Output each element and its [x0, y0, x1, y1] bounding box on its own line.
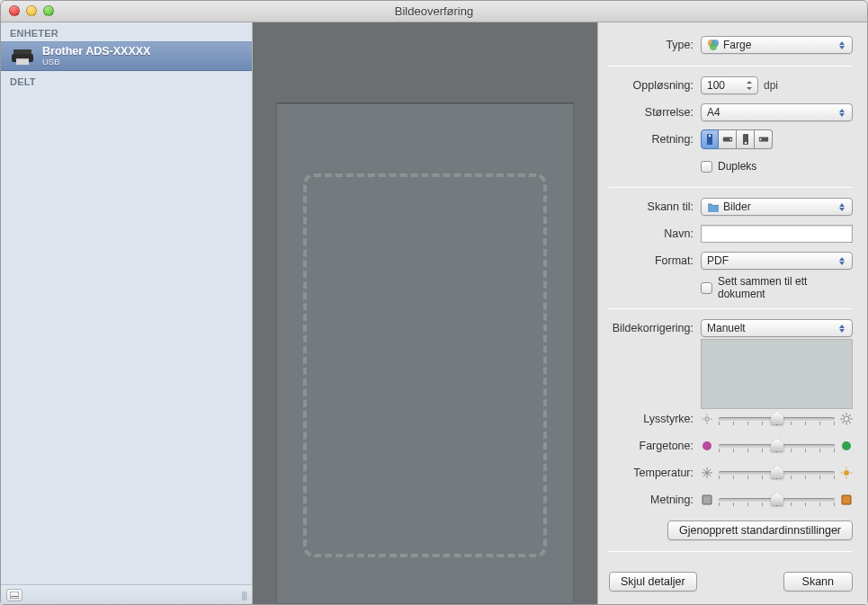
device-connection: USB	[42, 58, 150, 67]
saturation-high-icon	[840, 494, 853, 506]
size-select[interactable]: A4	[701, 103, 853, 121]
orientation-segmented	[701, 129, 773, 149]
orientation-label: Retning:	[609, 133, 701, 146]
svg-line-29	[849, 415, 851, 417]
title-bar: Bildeoverføring	[1, 1, 867, 22]
orientation-portrait-flipped[interactable]	[737, 129, 755, 149]
svg-point-32	[842, 441, 851, 450]
hue-magenta-icon	[701, 440, 713, 452]
combine-checkbox[interactable]	[701, 282, 712, 294]
hue-label: Fargetone:	[609, 440, 701, 452]
brightness-label: Lysstyrke:	[609, 413, 701, 425]
scan-to-value: Bilder	[723, 200, 751, 213]
saturation-slider[interactable]	[719, 492, 835, 508]
format-value: PDF	[707, 254, 729, 267]
temperature-warm-icon	[840, 467, 853, 479]
scan-button[interactable]: Skann	[783, 572, 853, 592]
orientation-landscape[interactable]	[719, 129, 737, 149]
sidebar: ENHETER Brother ADS-XXXXX USB DELT	[1, 22, 253, 604]
device-name: Brother ADS-XXXXX	[42, 45, 150, 58]
type-value: Farge	[723, 39, 751, 51]
sidebar-group-shared: DELT	[1, 71, 252, 90]
svg-rect-2	[16, 58, 29, 65]
close-window-button[interactable]	[9, 5, 20, 16]
name-input[interactable]	[701, 225, 853, 243]
brightness-slider[interactable]	[719, 411, 835, 427]
temperature-slider[interactable]	[719, 465, 835, 481]
sidebar-resize-grip[interactable]: |||	[241, 590, 246, 601]
type-label: Type:	[609, 39, 701, 51]
svg-point-8	[710, 43, 717, 50]
hue-slider[interactable]	[719, 438, 835, 454]
correction-select[interactable]: Manuelt	[701, 319, 853, 337]
scan-to-select[interactable]: Bilder	[701, 198, 853, 216]
window-title: Bildeoverføring	[1, 4, 867, 18]
resolution-value: 100	[707, 79, 725, 92]
color-icon	[707, 39, 720, 51]
preview-page	[276, 103, 574, 604]
name-label: Navn:	[609, 227, 701, 240]
svg-point-17	[705, 417, 709, 421]
svg-point-37	[844, 470, 849, 476]
svg-point-16	[759, 138, 761, 140]
type-select[interactable]: Farge	[701, 36, 853, 54]
saturation-low-icon	[701, 494, 713, 506]
temperature-cool-icon	[701, 467, 713, 479]
svg-point-22	[844, 416, 849, 422]
printer-icon	[10, 47, 35, 67]
orientation-landscape-flipped[interactable]	[755, 129, 773, 149]
sidebar-group-devices: ENHETER	[1, 22, 252, 41]
size-value: A4	[707, 106, 720, 119]
format-select[interactable]: PDF	[701, 252, 853, 270]
brightness-low-icon	[701, 413, 713, 425]
folder-icon	[707, 200, 720, 213]
settings-panel: Type: Farge Oppløsning: 100	[597, 22, 867, 604]
correction-label: Bildekorrigering:	[609, 322, 701, 334]
sidebar-device-selected[interactable]: Brother ADS-XXXXX USB	[1, 41, 252, 71]
combine-label: Sett sammen til ett dokument	[718, 275, 853, 300]
window-controls	[9, 5, 54, 16]
scan-to-label: Skann til:	[609, 200, 701, 213]
svg-line-30	[843, 422, 845, 423]
app-window: Bildeoverføring ENHETER Brother ADS-XXXX…	[0, 0, 868, 605]
crop-selection[interactable]	[303, 173, 547, 557]
correction-preview	[701, 339, 853, 409]
svg-point-31	[702, 441, 711, 450]
svg-rect-43	[702, 495, 711, 504]
preview-area[interactable]	[253, 22, 597, 604]
svg-rect-3	[16, 58, 29, 59]
svg-line-27	[843, 415, 845, 417]
format-label: Format:	[609, 254, 701, 267]
svg-rect-44	[842, 495, 851, 504]
resolution-label: Oppløsning:	[609, 79, 701, 92]
orientation-portrait[interactable]	[701, 129, 719, 149]
brightness-high-icon	[840, 413, 853, 425]
svg-rect-4	[10, 592, 19, 599]
temperature-label: Temperatur:	[609, 467, 701, 479]
saturation-label: Metning:	[609, 494, 701, 506]
zoom-window-button[interactable]	[43, 5, 54, 16]
duplex-checkbox[interactable]	[701, 161, 712, 173]
size-label: Størrelse:	[609, 106, 701, 119]
svg-point-12	[729, 138, 731, 140]
minimize-window-button[interactable]	[26, 5, 37, 16]
hue-green-icon	[840, 440, 853, 452]
reset-defaults-button[interactable]: Gjenopprett standardinnstillinger	[667, 520, 853, 540]
sidebar-view-toggle[interactable]	[6, 589, 22, 601]
sidebar-footer: |||	[1, 584, 252, 604]
svg-point-14	[744, 142, 746, 144]
resolution-unit: dpi	[764, 79, 778, 92]
hide-details-button[interactable]: Skjul detaljer	[609, 572, 697, 592]
duplex-label: Dupleks	[718, 160, 756, 173]
correction-value: Manuelt	[707, 322, 746, 334]
svg-point-10	[709, 135, 711, 137]
resolution-input[interactable]: 100	[701, 76, 758, 94]
svg-line-28	[849, 422, 851, 423]
